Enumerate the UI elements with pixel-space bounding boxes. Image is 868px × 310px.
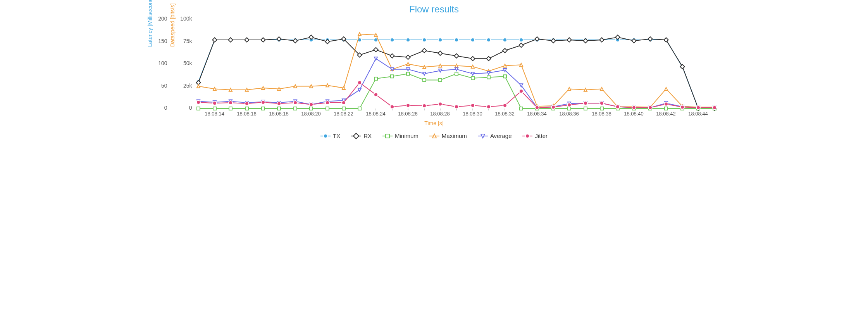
svg-point-229 xyxy=(696,106,700,110)
legend-item-minimum[interactable]: Minimum xyxy=(382,133,418,139)
svg-marker-161 xyxy=(665,87,668,90)
svg-rect-117 xyxy=(487,76,490,79)
svg-point-227 xyxy=(664,102,668,106)
svg-point-222 xyxy=(584,101,587,105)
x-tick-label: 18:08:38 xyxy=(592,111,611,117)
svg-marker-137 xyxy=(277,87,281,90)
svg-point-209 xyxy=(374,93,378,96)
svg-marker-240 xyxy=(481,134,485,138)
svg-marker-133 xyxy=(213,87,216,90)
x-tick-label: 18:08:36 xyxy=(559,111,579,117)
svg-point-208 xyxy=(358,81,362,84)
svg-rect-80 xyxy=(422,48,426,53)
svg-rect-83 xyxy=(470,57,475,61)
svg-point-50 xyxy=(471,38,475,42)
svg-rect-79 xyxy=(406,55,410,59)
svg-point-224 xyxy=(616,105,620,108)
svg-point-51 xyxy=(487,38,491,42)
svg-rect-115 xyxy=(455,72,458,75)
svg-rect-236 xyxy=(386,134,389,138)
legend-item-jitter[interactable]: Jitter xyxy=(522,133,548,139)
svg-point-221 xyxy=(567,103,571,107)
legend-item-maximum[interactable]: Maximum xyxy=(429,133,467,139)
svg-marker-132 xyxy=(197,85,200,88)
svg-marker-138 xyxy=(294,85,297,88)
x-tick-label: 18:08:40 xyxy=(624,111,644,117)
svg-rect-113 xyxy=(423,78,426,81)
y1-axis-label: Latency [Milliseconds] xyxy=(147,37,153,47)
svg-rect-85 xyxy=(503,48,507,53)
svg-point-220 xyxy=(551,105,555,109)
svg-rect-118 xyxy=(503,75,506,78)
legend-label: Jitter xyxy=(535,133,548,139)
svg-point-205 xyxy=(309,103,313,107)
svg-rect-122 xyxy=(568,107,571,110)
x-tick-label: 18:08:20 xyxy=(301,111,321,117)
x-axis-label: Time [s] xyxy=(145,120,723,126)
legend-label: Average xyxy=(490,133,512,139)
svg-marker-146 xyxy=(423,65,426,69)
svg-point-49 xyxy=(455,38,458,42)
svg-point-47 xyxy=(422,38,426,42)
svg-rect-84 xyxy=(486,57,491,61)
svg-point-201 xyxy=(245,102,249,105)
y2-axis-label: Dataspeed [bits/s] xyxy=(169,35,176,47)
svg-point-53 xyxy=(519,38,523,42)
chart-title: Flow results xyxy=(145,0,723,15)
legend-label: Maximum xyxy=(442,133,467,139)
svg-point-45 xyxy=(390,38,394,42)
svg-marker-156 xyxy=(584,88,587,91)
svg-point-228 xyxy=(680,105,684,109)
svg-point-215 xyxy=(471,103,475,107)
svg-marker-141 xyxy=(342,86,345,90)
x-tick-label: 18:08:44 xyxy=(688,111,708,117)
svg-rect-100 xyxy=(213,107,216,110)
svg-marker-149 xyxy=(471,65,474,68)
legend-label: Minimum xyxy=(395,133,418,139)
x-tick-label: 18:08:18 xyxy=(269,111,289,117)
svg-rect-77 xyxy=(374,48,378,52)
svg-rect-86 xyxy=(519,43,523,47)
svg-rect-112 xyxy=(406,72,410,75)
svg-rect-108 xyxy=(342,107,345,110)
x-tick-label: 18:08:34 xyxy=(527,111,547,117)
svg-point-210 xyxy=(390,105,394,108)
svg-point-242 xyxy=(525,134,529,138)
svg-marker-178 xyxy=(406,68,410,71)
legend-item-average[interactable]: Average xyxy=(478,133,512,139)
svg-marker-157 xyxy=(600,87,603,90)
svg-point-225 xyxy=(632,106,636,110)
svg-point-48 xyxy=(438,38,442,42)
legend-label: TX xyxy=(333,133,340,139)
svg-point-207 xyxy=(342,101,346,105)
svg-marker-182 xyxy=(471,72,474,75)
plot-area xyxy=(198,19,715,108)
x-tick-label: 18:08:26 xyxy=(398,111,418,117)
svg-rect-105 xyxy=(294,107,297,110)
svg-point-217 xyxy=(503,103,507,107)
svg-rect-124 xyxy=(600,107,603,110)
svg-marker-181 xyxy=(455,68,458,71)
svg-point-200 xyxy=(229,101,232,105)
svg-marker-151 xyxy=(503,64,506,67)
legend-item-tx[interactable]: TX xyxy=(320,133,340,139)
svg-rect-110 xyxy=(374,77,377,80)
svg-point-218 xyxy=(519,89,523,93)
svg-point-199 xyxy=(213,101,217,105)
svg-rect-78 xyxy=(390,54,394,58)
legend-item-rx[interactable]: RX xyxy=(351,133,372,139)
svg-marker-135 xyxy=(245,88,248,91)
svg-marker-136 xyxy=(262,86,265,90)
svg-rect-128 xyxy=(665,107,668,110)
svg-marker-139 xyxy=(310,85,313,88)
svg-point-232 xyxy=(324,134,327,138)
svg-point-213 xyxy=(438,102,442,106)
svg-rect-234 xyxy=(353,133,359,138)
svg-point-211 xyxy=(406,103,410,107)
svg-marker-143 xyxy=(374,33,377,36)
x-tick-label: 18:08:16 xyxy=(237,111,257,117)
legend: TXRXMinimumMaximumAverageJitter xyxy=(145,133,723,140)
x-tick-label: 18:08:24 xyxy=(366,111,386,117)
legend-label: RX xyxy=(363,133,372,139)
svg-marker-145 xyxy=(406,62,410,65)
